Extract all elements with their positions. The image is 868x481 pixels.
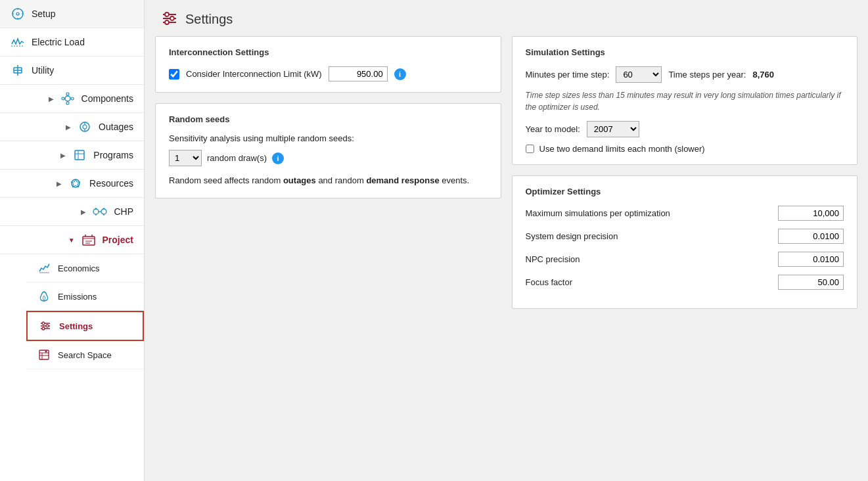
svg-point-44 (45, 351, 47, 353)
compass-icon (11, 7, 25, 21)
settings-sub-icon (38, 319, 53, 333)
random-seeds-select[interactable]: 1 2 5 10 (169, 150, 202, 166)
opt-label-1: System design precision (526, 231, 618, 241)
sidebar-item-emissions[interactable]: Emissions (26, 283, 144, 311)
interconnection-settings-card: Interconnection Settings Consider Interc… (155, 36, 501, 93)
programs-expand-arrow: ▶ (60, 152, 66, 159)
svg-point-49 (170, 16, 174, 20)
sidebar-item-settings[interactable]: Settings (26, 311, 144, 341)
demand-row: Use two demand limits each month (slower… (526, 144, 844, 154)
sidebar: Setup Electric Load Utility ▶ (0, 0, 145, 481)
components-expand-arrow: ▶ (49, 95, 54, 103)
sidebar-label-economics: Economics (58, 263, 100, 273)
sidebar-label-electric-load: Electric Load (32, 37, 85, 47)
page-header-icon (160, 9, 179, 30)
rs-note-bold1: outages (283, 175, 316, 185)
time-steps-label: Time steps per year: (668, 70, 746, 80)
year-row: Year to model: 2007 2008 2009 (526, 121, 844, 137)
sidebar-item-project[interactable]: ▼ Project (0, 226, 144, 254)
random-seeds-description: Sensitivity analysis using multiple rand… (169, 133, 488, 143)
content-area: Interconnection Settings Consider Interc… (145, 36, 868, 481)
simulation-settings-card: Simulation Settings Minutes per time ste… (512, 36, 858, 165)
random-seeds-note: Random seed affects random outages and r… (169, 174, 488, 187)
sidebar-item-utility[interactable]: Utility (0, 57, 144, 85)
project-expand-arrow: ▼ (68, 237, 75, 244)
interconnection-info-icon[interactable]: i (394, 68, 406, 80)
opt-input-0[interactable] (778, 206, 844, 221)
svg-point-48 (165, 12, 169, 16)
sidebar-label-utility: Utility (32, 65, 54, 76)
sidebar-label-components: Components (81, 93, 133, 104)
simulation-minutes-row: Minutes per time step: 60 30 15 Time ste… (526, 66, 844, 83)
year-select[interactable]: 2007 2008 2009 (587, 121, 639, 137)
sidebar-label-setup: Setup (32, 9, 56, 19)
page-title: Settings (185, 12, 233, 27)
outages-expand-arrow: ▶ (66, 124, 71, 131)
sidebar-item-economics[interactable]: Economics (26, 254, 144, 283)
electric-load-icon (11, 35, 25, 49)
sidebar-label-outages: Outages (99, 122, 133, 132)
time-steps-value: 8,760 (752, 70, 774, 80)
programs-icon (72, 148, 87, 162)
sidebar-item-chp[interactable]: ▶ CHP (0, 198, 144, 226)
svg-point-13 (65, 96, 70, 101)
random-draw-label: random draw(s) (207, 153, 267, 163)
outages-icon (78, 120, 92, 134)
interconnection-row: Consider Interconnection Limit (kW) 950.… (169, 66, 488, 81)
interconnection-label: Consider Interconnection Limit (kW) (186, 69, 322, 79)
page-header: Settings (145, 0, 868, 36)
interconnection-checkbox[interactable] (169, 69, 179, 80)
svg-point-39 (42, 327, 45, 330)
economics-icon (37, 261, 51, 275)
simulation-note: Time step sizes less than 15 minutes may… (526, 89, 844, 113)
sidebar-item-setup[interactable]: Setup (0, 0, 144, 28)
random-seeds-section-title: Random seeds (169, 114, 488, 124)
svg-point-19 (83, 125, 87, 129)
svg-point-38 (46, 325, 49, 327)
random-seeds-card: Random seeds Sensitivity analysis using … (155, 103, 501, 198)
svg-point-16 (62, 97, 64, 100)
opt-input-3[interactable] (778, 275, 844, 290)
emissions-icon (37, 289, 51, 304)
sidebar-item-components[interactable]: ▶ Components (0, 85, 144, 113)
project-icon (81, 233, 96, 247)
search-space-icon (37, 348, 51, 362)
opt-input-2[interactable] (778, 252, 844, 267)
sidebar-item-outages[interactable]: ▶ Outages (0, 113, 144, 141)
random-seeds-info-icon[interactable]: i (272, 152, 284, 164)
opt-label-0: Maximum simulations per optimization (526, 208, 670, 218)
chp-icon (93, 204, 107, 219)
opt-input-1[interactable] (778, 229, 844, 244)
sidebar-label-chp: CHP (114, 206, 133, 217)
main-content: Settings Interconnection Settings Consid… (145, 0, 868, 481)
left-column: Interconnection Settings Consider Interc… (155, 36, 501, 470)
optimizer-settings-card: Optimizer Settings Maximum simulations p… (512, 175, 858, 309)
interconnection-limit-input[interactable]: 950.00 (329, 66, 388, 81)
svg-point-26 (93, 209, 99, 214)
svg-point-50 (165, 20, 169, 24)
svg-point-37 (42, 322, 45, 325)
sidebar-label-settings: Settings (59, 321, 93, 331)
sidebar-sub-project: Economics Emissions (0, 254, 144, 369)
optimizer-row-0: Maximum simulations per optimization (526, 206, 844, 221)
sidebar-label-emissions: Emissions (58, 292, 97, 302)
resources-icon (68, 176, 83, 191)
sidebar-item-programs[interactable]: ▶ Programs (0, 141, 144, 170)
sidebar-item-resources[interactable]: ▶ Resources (0, 170, 144, 198)
sidebar-label-programs: Programs (93, 150, 133, 160)
sidebar-label-search-space: Search Space (58, 350, 112, 360)
sidebar-item-electric-load[interactable]: Electric Load (0, 28, 144, 57)
minutes-per-step-select[interactable]: 60 30 15 (616, 66, 662, 83)
components-icon (60, 91, 75, 106)
optimizer-row-1: System design precision (526, 229, 844, 244)
rs-note-part3: events. (440, 175, 470, 185)
rs-note-bold2: demand response (366, 175, 439, 185)
sidebar-item-search-space[interactable]: Search Space (26, 341, 144, 369)
utility-icon (11, 63, 25, 78)
demand-checkbox[interactable] (526, 145, 534, 153)
interconnection-section-title: Interconnection Settings (169, 47, 488, 57)
rs-note-part2: and random (316, 175, 367, 185)
optimizer-row-2: NPC precision (526, 252, 844, 267)
minutes-label: Minutes per time step: (526, 70, 610, 80)
opt-label-2: NPC precision (526, 254, 580, 264)
